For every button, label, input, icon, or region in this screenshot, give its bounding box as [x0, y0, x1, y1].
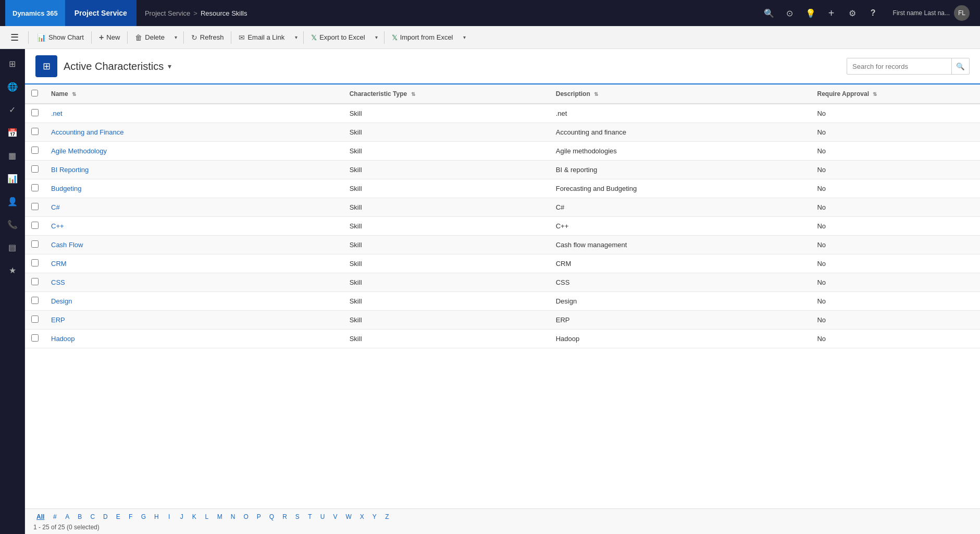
email-link-button[interactable]: ✉ Email a Link [233, 29, 290, 46]
row-checkbox[interactable] [31, 109, 39, 116]
help-nav-icon[interactable]: ? [864, 4, 883, 22]
view-dropdown-arrow[interactable]: ▾ [168, 62, 171, 70]
letter-nav-#[interactable]: # [49, 512, 60, 521]
search-input[interactable] [847, 63, 951, 70]
record-name-link[interactable]: Design [51, 297, 72, 305]
letter-nav-r[interactable]: R [279, 512, 290, 521]
avatar[interactable]: FL [954, 5, 970, 21]
row-checkbox[interactable] [31, 297, 39, 304]
select-all-checkbox[interactable] [31, 90, 38, 96]
email-dropdown-arrow[interactable]: ▾ [291, 29, 301, 46]
letter-nav-m[interactable]: M [214, 512, 226, 521]
record-name-link[interactable]: C++ [51, 222, 64, 230]
record-name-link[interactable]: CSS [51, 278, 65, 286]
table-row[interactable]: ERP Skill ERP No [25, 311, 980, 330]
export-excel-button[interactable]: 𝕏 Export to Excel [306, 29, 370, 46]
new-button[interactable]: + New [94, 29, 125, 46]
delete-button[interactable]: 🗑 Delete [130, 29, 170, 46]
search-button[interactable]: 🔍 [951, 58, 969, 75]
row-checkbox[interactable] [31, 315, 39, 323]
letter-nav-w[interactable]: W [343, 512, 355, 521]
record-name-link[interactable]: C# [51, 203, 60, 211]
import-excel-button[interactable]: 𝕏 Import from Excel [387, 29, 458, 46]
table-row[interactable]: CSS Skill CSS No [25, 273, 980, 292]
letter-nav-n[interactable]: N [228, 512, 239, 521]
row-checkbox[interactable] [31, 128, 39, 135]
row-checkbox[interactable] [31, 278, 39, 285]
letter-nav-s[interactable]: S [292, 512, 303, 521]
import-dropdown-arrow[interactable]: ▾ [460, 29, 470, 46]
letter-nav-v[interactable]: V [330, 512, 341, 521]
export-dropdown-arrow[interactable]: ▾ [371, 29, 382, 46]
target-nav-icon[interactable]: ⊙ [780, 4, 799, 22]
letter-nav-all[interactable]: All [33, 512, 47, 521]
hamburger-button[interactable]: ☰ [4, 27, 25, 48]
lightbulb-nav-icon[interactable]: 💡 [801, 4, 820, 22]
record-name-link[interactable]: Cash Flow [51, 241, 83, 249]
sidebar-icon-table[interactable]: ▤ [2, 237, 23, 258]
letter-nav-f[interactable]: F [126, 512, 136, 521]
table-row[interactable]: C++ Skill C++ No [25, 217, 980, 236]
settings-nav-icon[interactable]: ⚙ [843, 4, 862, 22]
table-row[interactable]: Agile Methodology Skill Agile methodolog… [25, 142, 980, 161]
row-checkbox[interactable] [31, 259, 39, 266]
record-name-link[interactable]: .net [51, 110, 63, 117]
letter-nav-o[interactable]: O [240, 512, 251, 521]
brand-dynamics365[interactable]: Dynamics 365 [5, 0, 65, 26]
letter-nav-c[interactable]: C [87, 512, 98, 521]
letter-nav-q[interactable]: Q [266, 512, 277, 521]
table-row[interactable]: .net Skill .net No [25, 104, 980, 123]
delete-dropdown-arrow[interactable]: ▾ [171, 29, 181, 46]
table-row[interactable]: Budgeting Skill Forecasting and Budgetin… [25, 179, 980, 198]
sidebar-icon-star[interactable]: ★ [2, 260, 23, 281]
letter-nav-g[interactable]: G [138, 512, 149, 521]
search-nav-icon[interactable]: 🔍 [760, 4, 778, 22]
letter-nav-a[interactable]: A [62, 512, 72, 521]
letter-nav-k[interactable]: K [189, 512, 200, 521]
record-name-link[interactable]: CRM [51, 260, 67, 268]
table-row[interactable]: Hadoop Skill Hadoop No [25, 330, 980, 348]
letter-nav-u[interactable]: U [317, 512, 328, 521]
letter-nav-z[interactable]: Z [382, 512, 392, 521]
row-checkbox[interactable] [31, 334, 39, 342]
sidebar-icon-calendar[interactable]: 📅 [2, 122, 23, 143]
letter-nav-x[interactable]: X [357, 512, 367, 521]
sidebar-icon-grid[interactable]: ▦ [2, 145, 23, 166]
row-checkbox[interactable] [31, 240, 39, 248]
sidebar-icon-phone[interactable]: 📞 [2, 214, 23, 235]
table-row[interactable]: BI Reporting Skill BI & reporting No [25, 161, 980, 179]
letter-nav-b[interactable]: B [75, 512, 85, 521]
row-checkbox[interactable] [31, 222, 39, 229]
sidebar-icon-home[interactable]: ⊞ [2, 53, 23, 74]
show-chart-button[interactable]: 📊 Show Chart [32, 29, 89, 46]
letter-nav-t[interactable]: T [305, 512, 315, 521]
row-checkbox[interactable] [31, 184, 39, 191]
name-column-header[interactable]: Name ⇅ [45, 84, 343, 104]
letter-nav-e[interactable]: E [113, 512, 123, 521]
sidebar-icon-reports[interactable]: 📊 [2, 168, 23, 189]
letter-nav-j[interactable]: J [177, 512, 187, 521]
table-row[interactable]: C# Skill C# No [25, 198, 980, 217]
letter-nav-h[interactable]: H [151, 512, 162, 521]
type-column-header[interactable]: Characteristic Type ⇅ [343, 84, 550, 104]
sidebar-icon-person[interactable]: 👤 [2, 191, 23, 212]
row-checkbox[interactable] [31, 203, 39, 210]
letter-nav-p[interactable]: P [254, 512, 264, 521]
table-row[interactable]: CRM Skill CRM No [25, 254, 980, 273]
sidebar-icon-globe[interactable]: 🌐 [2, 76, 23, 97]
row-checkbox[interactable] [31, 165, 39, 173]
approval-column-header[interactable]: Require Approval ⇅ [811, 84, 980, 104]
record-name-link[interactable]: Hadoop [51, 335, 75, 343]
row-checkbox[interactable] [31, 147, 39, 154]
table-row[interactable]: Accounting and Finance Skill Accounting … [25, 123, 980, 142]
record-name-link[interactable]: Budgeting [51, 185, 82, 192]
letter-nav-l[interactable]: L [202, 512, 212, 521]
refresh-button[interactable]: ↻ Refresh [186, 29, 229, 46]
letter-nav-y[interactable]: Y [369, 512, 380, 521]
description-column-header[interactable]: Description ⇅ [550, 84, 811, 104]
record-name-link[interactable]: Accounting and Finance [51, 128, 123, 136]
sidebar-icon-checkmark[interactable]: ✓ [2, 99, 23, 120]
table-row[interactable]: Design Skill Design No [25, 292, 980, 311]
letter-nav-i[interactable]: I [164, 512, 175, 521]
table-row[interactable]: Cash Flow Skill Cash flow management No [25, 236, 980, 254]
